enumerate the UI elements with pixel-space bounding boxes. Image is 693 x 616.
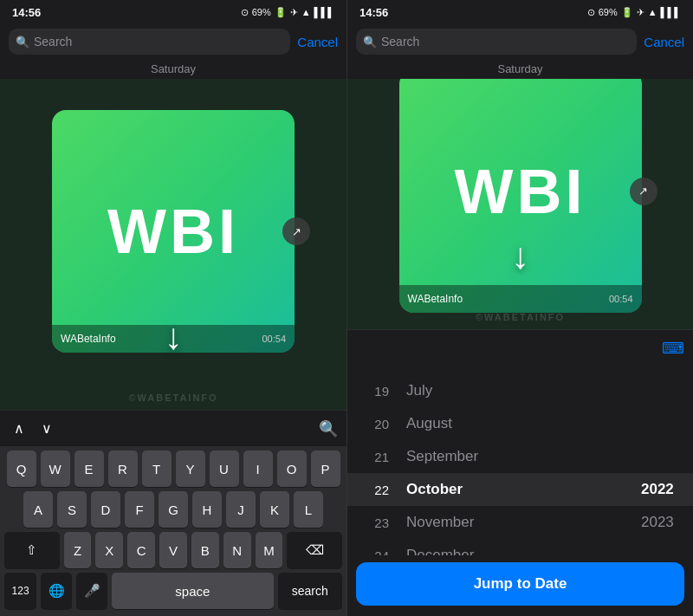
key-w[interactable]: W bbox=[41, 451, 70, 487]
card-footer-right: WABetaInfo 00:54 bbox=[399, 285, 642, 313]
chevron-up-left[interactable]: ∧ bbox=[9, 418, 29, 438]
key-s[interactable]: S bbox=[57, 491, 87, 528]
key-z[interactable]: Z bbox=[64, 532, 92, 568]
status-time-left: 14:56 bbox=[12, 6, 41, 19]
key-mic[interactable]: 🎤 bbox=[76, 573, 107, 609]
date-row-november[interactable]: 23 November 2023 bbox=[347, 506, 693, 539]
key-o[interactable]: O bbox=[277, 451, 307, 487]
key-j[interactable]: J bbox=[226, 491, 256, 528]
battery-percent-left: 69% bbox=[252, 7, 271, 17]
location-icon: ⊙ bbox=[241, 7, 249, 18]
status-time-right: 14:56 bbox=[359, 6, 388, 19]
key-i[interactable]: I bbox=[243, 451, 273, 487]
key-delete[interactable]: ⌫ bbox=[287, 532, 342, 568]
date-row-july[interactable]: 19 July bbox=[347, 374, 693, 407]
date-scroll[interactable]: 19 July 20 August 21 September 22 Octobe… bbox=[347, 366, 693, 555]
keyboard-icon-right[interactable]: ⌨ bbox=[662, 339, 684, 358]
wifi-icon-right: ▲ bbox=[648, 7, 657, 17]
search-input-right[interactable]: 🔍 Search bbox=[356, 29, 637, 55]
date-row-december[interactable]: 24 December bbox=[347, 539, 693, 555]
signal-icon: ▌▌▌ bbox=[314, 7, 334, 17]
location-icon-right: ⊙ bbox=[587, 7, 595, 18]
wbi-logo-right: WBI bbox=[455, 156, 586, 227]
chat-area-left: WBI WABetaInfo 00:54 ↗ ↓ ©WABETAINFO bbox=[0, 79, 346, 410]
wbi-card-right: WBI WABetaInfo 00:54 ↗ bbox=[399, 79, 642, 313]
search-icon-left: 🔍 bbox=[16, 36, 29, 49]
left-panel: 14:56 ⊙ 69% 🔋 ✈ ▲ ▌▌▌ 🔍 Search Cancel Sa… bbox=[0, 0, 346, 616]
card-duration-right: 00:54 bbox=[609, 294, 633, 304]
key-l[interactable]: L bbox=[294, 491, 323, 528]
signal-icon-right: ▌▌▌ bbox=[661, 7, 681, 17]
search-bar-right: 🔍 Search Cancel bbox=[347, 24, 693, 59]
key-g[interactable]: G bbox=[159, 491, 188, 528]
key-p[interactable]: P bbox=[311, 451, 340, 487]
down-arrow-right: ↓ bbox=[511, 236, 529, 277]
chat-area-right: WBI WABetaInfo 00:54 ↗ ↓ ©WABETAINFO bbox=[347, 79, 693, 329]
key-b[interactable]: B bbox=[191, 532, 219, 568]
watermark-right: ©WABETAINFO bbox=[347, 312, 693, 322]
key-x[interactable]: X bbox=[95, 532, 123, 568]
key-u[interactable]: U bbox=[210, 451, 239, 487]
battery-icon-right: 🔋 bbox=[621, 7, 633, 18]
key-e[interactable]: E bbox=[74, 451, 104, 487]
share-button-left[interactable]: ↗ bbox=[282, 217, 310, 245]
keyboard-row1: Q W E R T Y U I O P bbox=[0, 446, 346, 487]
day-label-left: Saturday bbox=[0, 59, 346, 79]
status-bar-right: 14:56 ⊙ 69% 🔋 ✈ ▲ ▌▌▌ bbox=[347, 0, 693, 24]
key-c[interactable]: C bbox=[127, 532, 155, 568]
keyboard-bottom-row: 123 🌐 🎤 space search bbox=[0, 568, 346, 616]
battery-percent-right: 69% bbox=[599, 7, 618, 17]
key-numbers[interactable]: 123 bbox=[4, 573, 36, 609]
key-k[interactable]: K bbox=[260, 491, 289, 528]
day-label-right: Saturday bbox=[347, 59, 693, 79]
date-row-august[interactable]: 20 August bbox=[347, 407, 693, 440]
key-d[interactable]: D bbox=[91, 491, 120, 528]
card-sender-left: WABetaInfo bbox=[61, 333, 116, 345]
status-bar-left: 14:56 ⊙ 69% 🔋 ✈ ▲ ▌▌▌ bbox=[0, 0, 346, 24]
search-calendar-icon-left[interactable]: 🔍 bbox=[319, 419, 338, 438]
cancel-button-right[interactable]: Cancel bbox=[644, 35, 684, 49]
watermark-left: ©WABETAINFO bbox=[0, 392, 346, 403]
key-n[interactable]: N bbox=[223, 532, 251, 568]
wbi-logo-left: WBI bbox=[107, 196, 239, 267]
date-picker-toolbar: ⌨ bbox=[347, 329, 693, 366]
share-icon-right: ↗ bbox=[638, 185, 648, 198]
keyboard-row2: A S D F G H J K L bbox=[0, 487, 346, 528]
key-globe[interactable]: 🌐 bbox=[41, 573, 72, 609]
card-sender-right: WABetaInfo bbox=[408, 293, 463, 305]
key-h[interactable]: H bbox=[192, 491, 222, 528]
card-duration-left: 00:54 bbox=[262, 334, 286, 344]
key-q[interactable]: Q bbox=[7, 451, 36, 487]
search-icon-right: 🔍 bbox=[363, 36, 377, 49]
keyboard-row3: ⇧ Z X C V B N M ⌫ bbox=[0, 528, 346, 568]
key-t[interactable]: T bbox=[142, 451, 172, 487]
key-m[interactable]: M bbox=[256, 532, 283, 568]
search-placeholder-right: Search bbox=[381, 35, 419, 49]
key-r[interactable]: R bbox=[108, 451, 138, 487]
key-a[interactable]: A bbox=[23, 491, 53, 528]
search-input-left[interactable]: 🔍 Search bbox=[9, 29, 290, 55]
airplane-icon-right: ✈ bbox=[637, 7, 644, 18]
key-y[interactable]: Y bbox=[176, 451, 205, 487]
date-row-october-selected[interactable]: 22 October 2022 bbox=[347, 473, 693, 506]
share-button-right[interactable]: ↗ bbox=[630, 178, 657, 205]
status-icons-right: ⊙ 69% 🔋 ✈ ▲ ▌▌▌ bbox=[587, 7, 681, 18]
chat-toolbar-left: ∧ ∨ 🔍 bbox=[0, 410, 346, 446]
jump-to-date-button[interactable]: Jump to Date bbox=[356, 562, 684, 606]
key-f[interactable]: F bbox=[125, 491, 154, 528]
keyboard-left: Q W E R T Y U I O P A S D F G H J K L ⇧ … bbox=[0, 446, 346, 616]
key-v[interactable]: V bbox=[159, 532, 187, 568]
date-list: 19 July 20 August 21 September 22 Octobe… bbox=[347, 366, 693, 555]
down-arrow-left: ↓ bbox=[165, 316, 183, 358]
chevron-down-left[interactable]: ∨ bbox=[36, 418, 57, 438]
cancel-button-left[interactable]: Cancel bbox=[297, 35, 338, 49]
wifi-icon: ▲ bbox=[301, 7, 311, 17]
date-picker-area: 19 July 20 August 21 September 22 Octobe… bbox=[347, 366, 693, 616]
search-bar-left: 🔍 Search Cancel bbox=[0, 24, 346, 59]
key-space[interactable]: space bbox=[112, 573, 273, 609]
airplane-icon: ✈ bbox=[290, 7, 298, 18]
key-shift[interactable]: ⇧ bbox=[4, 532, 60, 568]
right-panel: 14:56 ⊙ 69% 🔋 ✈ ▲ ▌▌▌ 🔍 Search Cancel Sa… bbox=[346, 0, 693, 616]
key-search[interactable]: search bbox=[278, 573, 343, 609]
date-row-september[interactable]: 21 September bbox=[347, 440, 693, 473]
